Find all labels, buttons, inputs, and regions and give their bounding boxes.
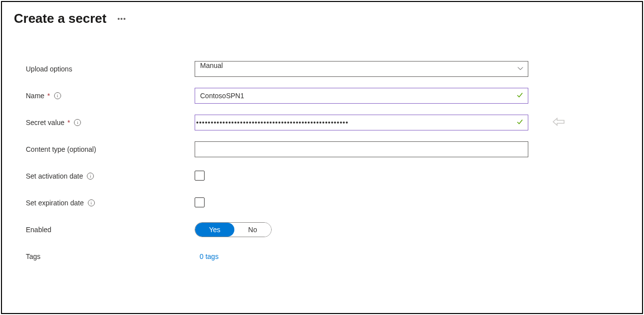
info-icon[interactable]: i (74, 119, 81, 126)
enabled-toggle: Yes No (195, 222, 272, 237)
name-row: Name * i (26, 88, 630, 104)
page-title: Create a secret (14, 11, 106, 26)
tags-row: Tags 0 tags (26, 249, 630, 264)
create-secret-panel: Create a secret ••• Upload options Manua… (1, 1, 643, 314)
enabled-row: Enabled Yes No (26, 222, 630, 238)
info-icon[interactable]: i (54, 92, 61, 99)
more-actions-icon[interactable]: ••• (115, 15, 128, 23)
content-type-label-text: Content type (optional) (26, 145, 96, 153)
tags-label-text: Tags (26, 252, 41, 260)
arrow-left-icon (552, 118, 565, 128)
tags-link[interactable]: 0 tags (195, 252, 218, 260)
upload-options-select[interactable]: Manual (195, 61, 528, 77)
info-icon[interactable]: i (88, 199, 95, 206)
content-type-label: Content type (optional) (26, 145, 195, 153)
activation-date-label: Set activation date i (26, 172, 195, 180)
content-type-row: Content type (optional) (26, 141, 630, 157)
content-type-input[interactable] (195, 141, 528, 157)
info-icon[interactable]: i (87, 173, 94, 180)
activation-date-row: Set activation date i (26, 168, 630, 184)
panel-header: Create a secret ••• (14, 11, 630, 26)
enabled-label-text: Enabled (26, 226, 51, 234)
name-input[interactable] (195, 88, 528, 104)
secret-value-label-text: Secret value (26, 119, 65, 126)
enabled-no-button[interactable]: No (234, 223, 271, 237)
expiration-date-label-text: Set expiration date (26, 199, 84, 207)
secret-form: Upload options Manual Name * i (14, 61, 630, 264)
enabled-label: Enabled (26, 226, 195, 234)
tags-label: Tags (26, 252, 195, 260)
enabled-yes-button[interactable]: Yes (195, 223, 234, 237)
expiration-date-row: Set expiration date i (26, 195, 630, 211)
required-indicator: * (68, 119, 70, 126)
expiration-date-label: Set expiration date i (26, 199, 195, 207)
secret-value-label: Secret value * i (26, 119, 195, 126)
name-label-text: Name (26, 92, 44, 100)
required-indicator: * (47, 92, 50, 100)
secret-value-row: Secret value * i •••••••••••••••••••••••… (26, 115, 630, 130)
activation-date-checkbox[interactable] (195, 171, 205, 181)
upload-options-label-text: Upload options (26, 65, 72, 73)
expiration-date-checkbox[interactable] (195, 197, 205, 207)
secret-value-input[interactable]: ••••••••••••••••••••••••••••••••••••••••… (195, 115, 528, 130)
upload-options-row: Upload options Manual (26, 61, 630, 77)
activation-date-label-text: Set activation date (26, 172, 83, 180)
name-label: Name * i (26, 92, 195, 100)
upload-options-label: Upload options (26, 65, 195, 73)
